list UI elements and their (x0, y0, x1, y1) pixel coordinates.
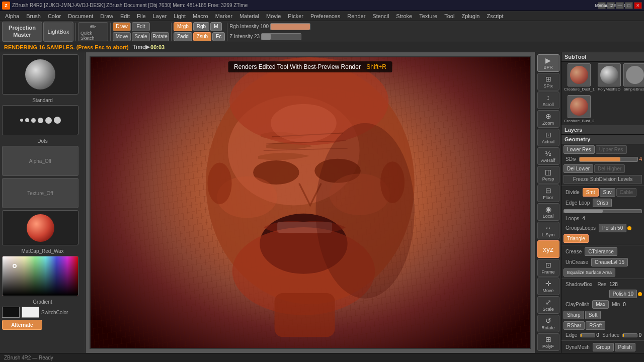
thumb-creature1[interactable] (568, 63, 591, 86)
upper-res-button[interactable]: Upper Res (596, 145, 627, 154)
menu-color[interactable]: Color (45, 12, 64, 20)
rgb-intensity-slider[interactable] (270, 23, 310, 30)
max-button[interactable]: Max (592, 300, 609, 309)
menu-stroke[interactable]: Stroke (393, 12, 415, 20)
vp-rotate-button[interactable]: ↺ Rotate (537, 315, 559, 332)
sharp-button[interactable]: Sharp (564, 311, 584, 319)
rotate-tool-button[interactable]: Rotate (151, 32, 169, 41)
close-button[interactable]: ✕ (634, 2, 642, 9)
thumb-simplebrush[interactable] (623, 63, 644, 86)
lower-res-button[interactable]: Lower Res (564, 145, 595, 154)
thumb-creature2[interactable] (568, 95, 591, 118)
thumb-polymesh[interactable] (598, 63, 621, 86)
brush-preview[interactable] (2, 54, 78, 95)
menu-tool[interactable]: Tool (441, 12, 457, 20)
script-button[interactable]: DefaultZScript (607, 2, 615, 9)
foreground-color[interactable] (2, 307, 20, 318)
surface-slider[interactable] (622, 333, 637, 337)
cable-button[interactable]: Cable (616, 188, 636, 197)
alpha-preview[interactable]: Alpha_Off (2, 146, 78, 176)
zadd-toggle[interactable]: Zadd (174, 32, 192, 41)
z-intensity-slider[interactable] (261, 33, 301, 40)
zoom-button[interactable]: ⊕ Zoom (537, 110, 559, 128)
menu-render[interactable]: Render (344, 12, 368, 20)
sdiv-slider[interactable] (579, 157, 638, 162)
xyz-button[interactable]: xyz (537, 240, 559, 258)
crisp-button[interactable]: Crisp (593, 199, 611, 207)
polish2-button[interactable]: Polish (615, 343, 635, 351)
color-picker[interactable] (2, 256, 78, 296)
rsoft-button[interactable]: RSoft (586, 321, 605, 330)
menu-macro[interactable]: Macro (190, 12, 211, 20)
edit-button[interactable]: Edit (132, 22, 150, 31)
menu-texture[interactable]: Texture (416, 12, 440, 20)
stroke-preview[interactable] (2, 105, 78, 135)
group-button[interactable]: Group (593, 343, 614, 351)
minimize-button[interactable]: — (616, 2, 624, 9)
lsym-button[interactable]: ↔ L.Sym (537, 222, 559, 239)
m-toggle[interactable]: M (210, 22, 221, 31)
menu-light[interactable]: Light (171, 12, 189, 20)
soft-button[interactable]: Soft (585, 311, 601, 319)
subtool-header[interactable]: SubTool (561, 52, 644, 62)
lightbox-button[interactable]: LightBox (43, 22, 73, 42)
equalize-button[interactable]: Equalize Surface Area (564, 268, 615, 277)
menu-draw[interactable]: Draw (97, 12, 116, 20)
triangle-button[interactable]: Triangle (564, 234, 589, 243)
menu-picker[interactable]: Picker (285, 12, 306, 20)
vp-scale-button[interactable]: ⤢ Scale (537, 296, 559, 314)
bpr-button[interactable]: ▶ BPR (537, 54, 559, 72)
menu-zplugin[interactable]: Zplugin (458, 12, 482, 20)
menu-layer[interactable]: Layer (150, 12, 170, 20)
rshar-button[interactable]: RShar (564, 321, 585, 330)
suv-button[interactable]: Suv (600, 188, 615, 197)
smt-button[interactable]: Smt (583, 188, 599, 197)
menu-stencil[interactable]: Stencil (369, 12, 392, 20)
menu-preferences[interactable]: Preferences (307, 12, 343, 20)
mrgb-toggle[interactable]: Mrgb (174, 22, 192, 31)
persp-button[interactable]: ◫ Persp (537, 166, 559, 184)
local-button[interactable]: ◉ Local (537, 203, 559, 221)
actual-button[interactable]: ⊡ Actual (537, 129, 559, 146)
freeze-subdivide-button[interactable]: Freeze SubDivision Levels (564, 175, 642, 184)
maximize-button[interactable]: □ (625, 2, 633, 9)
scroll-button[interactable]: ↕ Scroll (537, 92, 559, 109)
texture-preview[interactable]: Texture_Off (2, 178, 78, 208)
polish-button[interactable]: Polish 50 (599, 224, 626, 232)
menu-edit[interactable]: Edit (117, 12, 133, 20)
menu-zscript[interactable]: Zscript (484, 12, 506, 20)
scale-tool-button[interactable]: Scale (132, 32, 150, 41)
vp-move-button[interactable]: ✛ Move (537, 278, 559, 295)
edge-slider[interactable] (580, 333, 595, 337)
del-higher-button[interactable]: Del Higher (594, 164, 625, 173)
frame-button[interactable]: ⊡ Frame (537, 259, 559, 277)
polish10-button[interactable]: Polish 10 (609, 290, 637, 298)
projection-master-button[interactable]: Projection Master (2, 22, 42, 42)
fc-toggle[interactable]: Fc (212, 32, 225, 41)
menu-alpha[interactable]: Alpha (2, 12, 22, 20)
crease-lvl-button[interactable]: CreaseLvl 15 (591, 258, 628, 266)
spix-button[interactable]: ⊞ SPix (537, 73, 559, 90)
edge-loop-slider[interactable] (564, 209, 642, 213)
menu-movie[interactable]: Movie (263, 12, 284, 20)
floor-button[interactable]: ⊟ Floor (537, 185, 559, 202)
menu-brush[interactable]: Brush (23, 12, 44, 20)
aahalf-button[interactable]: ½ AAHalf (537, 147, 559, 165)
canvas-area[interactable]: Renders Edited Tool With Best-Preview Re… (86, 52, 535, 353)
alternate-button[interactable]: Alternate (2, 320, 42, 330)
background-color[interactable] (22, 307, 39, 318)
menu-marker[interactable]: Marker (212, 12, 235, 20)
material-preview[interactable] (2, 210, 78, 245)
menu-material[interactable]: Material (236, 12, 262, 20)
layers-header[interactable]: Layers (561, 125, 644, 135)
rgb-toggle[interactable]: Rgb (193, 22, 209, 31)
zsub-toggle[interactable]: Zsub (193, 32, 211, 41)
draw-button[interactable]: Draw (113, 22, 131, 31)
quick-sketch-group[interactable]: ✏ Quick Sketch (78, 22, 108, 41)
del-lower-button[interactable]: Del Lower (564, 164, 593, 173)
ctolerance-button[interactable]: CTolerance (585, 247, 617, 256)
menu-file[interactable]: File (134, 12, 149, 20)
polyf-button[interactable]: ⊞ PolyF (537, 333, 559, 351)
move-tool-button[interactable]: Move (113, 32, 131, 41)
geometry-header[interactable]: Geometry (561, 135, 644, 144)
